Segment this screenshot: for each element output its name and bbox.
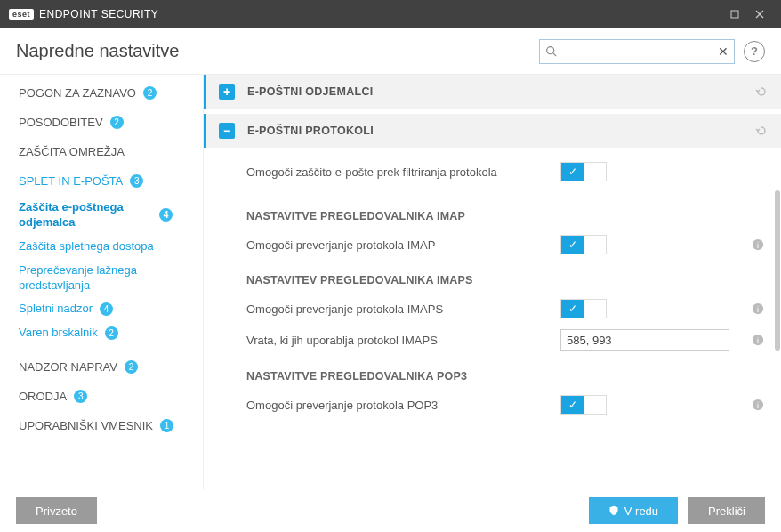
row-label: Vrata, ki jih uporablja protokol IMAPS	[246, 334, 560, 347]
clear-search-icon[interactable]: ✕	[718, 44, 729, 59]
ok-label: V redu	[624, 504, 658, 518]
subheader: Napredne nastavitve ✕ ?	[0, 28, 781, 75]
collapse-icon[interactable]: −	[219, 123, 235, 139]
row-pop3-check: Omogoči preverjanje protokola POP3 i	[204, 390, 781, 420]
sidebar-sub-web-control[interactable]: Spletni nadzor 4	[0, 297, 203, 321]
badge: 3	[74, 390, 87, 403]
search-input[interactable]	[560, 44, 718, 58]
search-icon	[545, 45, 557, 57]
sidebar-item-network-protection[interactable]: ZAŠČITA OMREŽJA	[0, 137, 203, 166]
row-imaps-check: Omogoči preverjanje protokola IMAPS i	[204, 294, 781, 324]
badge: 1	[160, 419, 173, 432]
scrollbar-thumb[interactable]	[775, 190, 780, 351]
info-icon[interactable]: i	[747, 334, 769, 346]
badge: 3	[130, 174, 143, 188]
toggle-imap[interactable]	[560, 235, 607, 254]
row-imaps-ports: Vrata, ki jih uporablja protokol IMAPS i	[204, 324, 781, 356]
badge: 2	[105, 326, 118, 340]
row-label: Omogoči preverjanje protokola POP3	[246, 399, 560, 412]
sidebar-item-label: ORODJA	[19, 390, 67, 403]
info-icon[interactable]: i	[747, 399, 769, 411]
sidebar-item-label: ZAŠČITA OMREŽJA	[19, 145, 125, 158]
badge: 2	[125, 360, 138, 374]
row-enable-protocol-filter: Omogoči zaščito e-pošte prek filtriranja…	[204, 157, 781, 187]
expand-icon[interactable]: +	[219, 84, 235, 100]
sidebar-item-label: Zaščita e-poštnega odjemalca	[19, 200, 152, 230]
info-icon[interactable]: i	[747, 302, 769, 315]
section-title: E-POŠTNI PROTOKOLI	[247, 125, 754, 137]
group-title-pop3: NASTAVITVE PREGLEDOVALNIKA POP3	[204, 356, 781, 390]
section-email-protocols[interactable]: − E-POŠTNI PROTOKOLI	[204, 114, 781, 148]
group-title-imaps: NASTAVITEV PREGLEDOVALNIKA IMAPS	[204, 260, 781, 294]
toggle-enable-protocol-filter[interactable]	[560, 162, 607, 181]
sidebar-item-label: Varen brskalnik	[19, 326, 98, 341]
sidebar-item-label: POSODOBITEV	[19, 116, 103, 129]
svg-text:i: i	[757, 401, 759, 410]
sidebar-item-device-control[interactable]: NADZOR NAPRAV 2	[0, 352, 203, 382]
section-title: E-POŠTNI ODJEMALCI	[247, 85, 754, 98]
ok-button[interactable]: V redu	[589, 497, 678, 524]
group-title-imap: NASTAVITVE PREGLEDOVALNIKA IMAP	[204, 196, 781, 230]
toggle-pop3[interactable]	[560, 395, 607, 415]
sidebar-item-label: NADZOR NAPRAV	[19, 360, 117, 374]
page-title: Napredne nastavitve	[16, 41, 539, 61]
sidebar-item-label: Preprečevanje lažnega predstavljanja	[19, 263, 170, 294]
sidebar-item-update[interactable]: POSODOBITEV 2	[0, 108, 203, 137]
row-imap-check: Omogoči preverjanje protokola IMAP i	[204, 230, 781, 260]
search-box[interactable]: ✕	[539, 39, 735, 64]
main-area: POGON ZA ZAZNAVO 2 POSODOBITEV 2 ZAŠČITA…	[0, 75, 781, 489]
scrollbar[interactable]	[774, 75, 781, 489]
check-icon	[561, 236, 584, 254]
svg-rect-0	[731, 11, 738, 18]
sidebar-sub-web-access[interactable]: Zaščita spletnega dostopa	[0, 235, 203, 259]
svg-text:i: i	[757, 241, 759, 250]
svg-line-4	[553, 53, 556, 56]
sidebar-item-label: Spletni nadzor	[19, 302, 93, 317]
input-imaps-ports[interactable]	[560, 329, 729, 351]
sidebar-item-detection-engine[interactable]: POGON ZA ZAZNAVO 2	[0, 78, 203, 108]
sidebar-item-web-email[interactable]: SPLET IN E-POŠTA 3	[0, 166, 203, 196]
sidebar-item-ui[interactable]: UPORABNIŠKI VMESNIK 1	[0, 411, 203, 440]
brand: eset ENDPOINT SECURITY	[9, 8, 158, 20]
row-label: Omogoči preverjanje protokola IMAPS	[246, 302, 560, 316]
sidebar-sub-email-client-protection[interactable]: Zaščita e-poštnega odjemalca 4	[0, 196, 203, 235]
svg-point-3	[547, 47, 554, 54]
sidebar-item-tools[interactable]: ORODJA 3	[0, 382, 203, 411]
titlebar: eset ENDPOINT SECURITY	[0, 0, 781, 28]
brand-text: ENDPOINT SECURITY	[39, 8, 158, 20]
sidebar-sub-antiphishing[interactable]: Preprečevanje lažnega predstavljanja	[0, 259, 203, 298]
sidebar-item-label: SPLET IN E-POŠTA	[19, 174, 123, 188]
minimize-button[interactable]	[722, 2, 747, 27]
sidebar-item-label: POGON ZA ZAZNAVO	[19, 86, 136, 100]
badge: 2	[110, 116, 124, 129]
check-icon	[561, 300, 584, 318]
brand-badge: eset	[9, 9, 34, 20]
revert-icon[interactable]	[754, 85, 769, 99]
check-icon	[561, 163, 584, 181]
section-email-clients[interactable]: + E-POŠTNI ODJEMALCI	[204, 75, 781, 109]
close-button[interactable]	[747, 2, 772, 27]
badge: 2	[143, 86, 157, 100]
sidebar-item-label: UPORABNIŠKI VMESNIK	[19, 419, 153, 432]
badge: 4	[100, 302, 113, 316]
svg-text:i: i	[757, 336, 759, 345]
sidebar-sub-secure-browser[interactable]: Varen brskalnik 2	[0, 321, 203, 345]
sidebar: POGON ZA ZAZNAVO 2 POSODOBITEV 2 ZAŠČITA…	[0, 75, 203, 489]
check-icon	[561, 396, 584, 414]
row-label: Omogoči preverjanje protokola IMAP	[246, 238, 560, 252]
default-button[interactable]: Privzeto	[16, 497, 97, 524]
info-icon[interactable]: i	[747, 238, 769, 251]
row-label: Omogoči zaščito e-pošte prek filtriranja…	[246, 165, 560, 179]
toggle-imaps[interactable]	[560, 299, 607, 318]
svg-text:i: i	[757, 305, 759, 314]
content-pane: + E-POŠTNI ODJEMALCI − E-POŠTNI PROTOKOL…	[203, 75, 781, 489]
cancel-button[interactable]: Prekliči	[688, 497, 765, 524]
revert-icon[interactable]	[754, 124, 769, 138]
group-enable-filter: Omogoči zaščito e-pošte prek filtriranja…	[204, 153, 781, 196]
badge: 4	[159, 208, 173, 222]
footer: Privzeto V redu Prekliči	[0, 489, 781, 532]
help-button[interactable]: ?	[744, 41, 765, 62]
sidebar-item-label: Zaščita spletnega dostopa	[19, 239, 154, 254]
shield-icon	[608, 505, 619, 516]
